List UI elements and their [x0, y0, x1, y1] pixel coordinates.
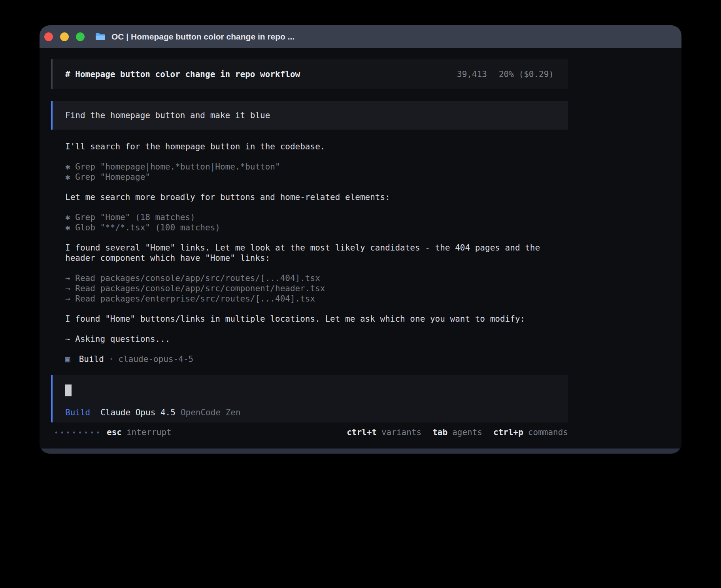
conversation: I'll search for the homepage button in t…: [65, 141, 568, 364]
text-cursor: [65, 384, 72, 396]
assistant-text: I found "Home" buttons/links in multiple…: [65, 314, 568, 324]
grep-tool-call: ✱ Grep "homepage|home.*button|Home.*butt…: [65, 162, 568, 172]
agent-summary-line: ▣ Build · claude-opus-4-5: [65, 354, 568, 364]
agents-hint: tab agents: [432, 427, 482, 437]
status-bar: esc interrupt ctrl+t variants tab agents…: [51, 427, 568, 437]
assistant-text: I found several "Home" links. Let me loo…: [65, 243, 568, 263]
minimize-window-button[interactable]: [60, 32, 69, 41]
token-count: 39,413: [457, 69, 487, 79]
window-bottom-edge: [40, 449, 681, 454]
grep-tool-call: ✱ Grep "Homepage": [65, 172, 568, 182]
status-bar-left: esc interrupt: [55, 427, 172, 437]
status-bar-right: ctrl+t variants tab agents ctrl+p comman…: [347, 427, 568, 437]
prompt-input[interactable]: Build Claude Opus 4.5 OpenCode Zen: [51, 375, 568, 422]
user-message: Find the homepage button and make it blu…: [51, 101, 568, 130]
zoom-window-button[interactable]: [76, 32, 85, 41]
traffic-lights: [44, 32, 85, 41]
mode-indicator: Build: [65, 407, 90, 418]
variants-hint: ctrl+t variants: [347, 427, 421, 437]
grep-tool-call: ✱ Grep "Home" (18 matches): [65, 212, 568, 222]
provider-name: OpenCode Zen: [181, 407, 241, 418]
session-header: # Homepage button color change in repo w…: [51, 59, 568, 89]
terminal-window: OC | Homepage button color change in rep…: [40, 25, 681, 454]
spinner-dots: [55, 432, 99, 433]
read-tool-call: → Read packages/console/app/src/routes/[…: [65, 273, 568, 283]
read-tool-call: → Read packages/console/app/src/componen…: [65, 283, 568, 294]
read-tool-call: → Read packages/enterprise/src/routes/[.…: [65, 294, 568, 304]
tool-call-group: ✱ Grep "homepage|home.*button|Home.*butt…: [65, 162, 568, 182]
assistant-text: I'll search for the homepage button in t…: [65, 141, 568, 152]
session-stats: 39,413 20% ($0.29): [457, 69, 554, 79]
session-title: # Homepage button color change in repo w…: [65, 69, 300, 79]
folder-icon: [95, 32, 106, 41]
tool-call-group: → Read packages/console/app/src/routes/[…: [65, 273, 568, 304]
agent-name: Build: [79, 354, 104, 364]
context-usage: 20% ($0.29): [499, 69, 554, 79]
agent-model: claude-opus-4-5: [119, 354, 194, 364]
model-name: Claude Opus 4.5: [100, 407, 176, 418]
status-line: ~ Asking questions...: [65, 334, 568, 344]
user-message-text: Find the homepage button and make it blu…: [65, 110, 270, 121]
titlebar[interactable]: OC | Homepage button color change in rep…: [40, 25, 681, 48]
agent-icon: ▣: [65, 354, 70, 364]
tool-call-group: ✱ Grep "Home" (18 matches) ✱ Glob "**/*.…: [65, 212, 568, 233]
input-meta: Build Claude Opus 4.5 OpenCode Zen: [65, 407, 568, 418]
window-title: OC | Homepage button color change in rep…: [111, 32, 294, 41]
esc-key-hint: esc: [107, 427, 122, 437]
assistant-text: Let me search more broadly for buttons a…: [65, 192, 568, 202]
separator-dot: ·: [109, 354, 114, 364]
esc-key-label: interrupt: [126, 427, 172, 437]
close-window-button[interactable]: [44, 32, 53, 41]
glob-tool-call: ✱ Glob "**/*.tsx" (100 matches): [65, 222, 568, 233]
terminal-body: # Homepage button color change in repo w…: [40, 48, 681, 449]
commands-hint: ctrl+p commands: [493, 427, 568, 437]
